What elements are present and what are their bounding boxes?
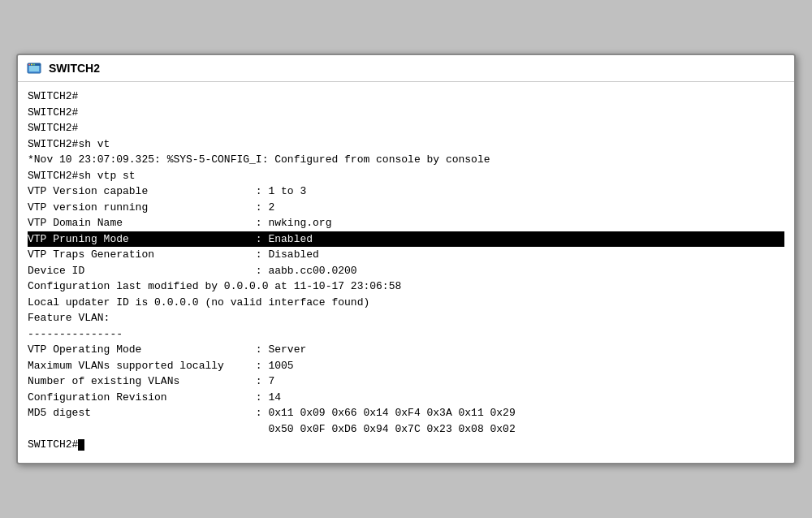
window-title: SWITCH2	[49, 62, 100, 75]
terminal-line: SWITCH2#sh vtp st	[28, 168, 784, 184]
terminal-window: SWITCH2 SWITCH2#SWITCH2#SWITCH2#SWITCH2#…	[16, 54, 796, 464]
terminal-line: Configuration last modified by 0.0.0.0 a…	[28, 278, 784, 295]
terminal-line: VTP version running : 2	[28, 200, 784, 216]
svg-point-3	[28, 64, 30, 66]
terminal-line: VTP Domain Name : nwking.org	[28, 215, 784, 231]
terminal-line: SWITCH2#	[28, 120, 784, 136]
svg-point-4	[31, 64, 32, 66]
terminal-line: Local updater ID is 0.0.0.0 (no valid in…	[28, 295, 784, 311]
terminal-line: SWITCH2#	[28, 105, 784, 121]
window-icon	[26, 60, 42, 76]
terminal-cursor	[78, 439, 84, 451]
terminal-line: Device ID : aabb.cc00.0200	[28, 263, 784, 279]
terminal-line: VTP Traps Generation : Disabled	[28, 247, 784, 263]
terminal-line: MD5 digest : 0x11 0x09 0x66 0x14 0xF4 0x…	[28, 405, 784, 421]
terminal-body[interactable]: SWITCH2#SWITCH2#SWITCH2#SWITCH2#sh vt*No…	[18, 82, 794, 463]
terminal-line: SWITCH2#	[28, 88, 784, 105]
terminal-line: 0x50 0x0F 0xD6 0x94 0x7C 0x23 0x08 0x02	[28, 421, 784, 438]
svg-rect-1	[29, 65, 39, 71]
title-bar: SWITCH2	[18, 55, 794, 82]
terminal-line: VTP Pruning Mode : Enabled	[28, 231, 784, 248]
terminal-line: Feature VLAN:	[28, 310, 784, 326]
svg-point-5	[33, 64, 35, 66]
terminal-line: Number of existing VLANs : 7	[28, 373, 784, 390]
terminal-line: Configuration Revision : 14	[28, 390, 784, 406]
terminal-line: VTP Version capable : 1 to 3	[28, 183, 784, 200]
terminal-prompt: SWITCH2#	[28, 437, 784, 453]
terminal-line: Maximum VLANs supported locally : 1005	[28, 358, 784, 374]
terminal-line: *Nov 10 23:07:09.325: %SYS-5-CONFIG_I: C…	[28, 152, 784, 168]
terminal-line: SWITCH2#sh vt	[28, 136, 784, 153]
terminal-line: VTP Operating Mode : Server	[28, 342, 784, 358]
terminal-line: ---------------	[28, 326, 784, 343]
